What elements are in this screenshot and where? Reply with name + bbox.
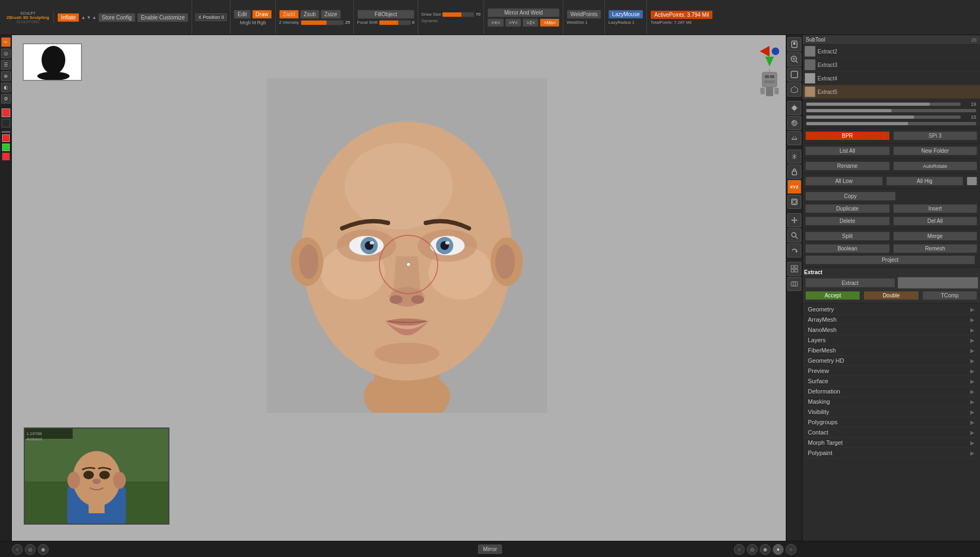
symmetry-tool[interactable] [787,150,801,164]
status-right-tool-1[interactable]: ○ [734,544,745,555]
all-high-button[interactable]: All Hig [886,176,964,186]
bpr-button[interactable]: BPR [805,131,890,140]
menu-contact[interactable]: Contact ▶ [805,427,978,438]
all-high-extra[interactable] [967,176,977,186]
mx-button[interactable]: >X< [487,18,504,27]
menu-polygroups[interactable]: Polygroups ▶ [805,417,978,427]
accept-button[interactable]: Accept [805,291,860,300]
tool-4[interactable]: ⊕ [1,71,11,81]
menu-surface[interactable]: Surface ▶ [805,376,978,386]
color-active[interactable] [2,153,10,160]
mirror-weld-button[interactable]: Mirror And Weld [487,8,560,17]
frame-tool[interactable] [787,195,801,209]
ms-button[interactable]: >Ms< [540,18,560,27]
rotate-tool[interactable] [787,243,801,257]
menu-visibility[interactable]: Visibility ▶ [805,407,978,417]
slider-1[interactable] [806,103,961,106]
subtool-item-extract3[interactable]: Extract3 [802,58,980,72]
scroll-tool[interactable] [787,37,801,51]
background-color[interactable] [2,119,10,127]
duplicate-button[interactable]: Duplicate [805,204,890,213]
tool-brush[interactable]: ✏ [1,37,11,47]
slider-4[interactable] [806,122,976,125]
auto-rotate-button[interactable]: AutoRotate [893,161,978,171]
tool-5[interactable]: ◐ [1,83,11,92]
status-right-tool-2[interactable]: ◎ [747,544,758,555]
my-button[interactable]: >Y< [505,18,522,27]
x-position[interactable]: X Position 0 [195,13,227,21]
zoom-tool[interactable] [787,52,801,66]
persp-tool[interactable] [787,83,801,97]
main-canvas[interactable]: 1.16788 Ambient [12,35,802,541]
tool-6[interactable]: ⚙ [1,94,11,104]
foreground-color[interactable] [2,108,10,117]
actual-tool[interactable] [787,67,801,81]
status-tool-2[interactable]: ◎ [25,544,36,555]
insert-button[interactable]: Insert [893,204,978,213]
menu-morph-target[interactable]: Morph Target ▶ [805,438,978,448]
new-folder-button[interactable]: New Folder [893,146,978,155]
grid-tool[interactable] [787,262,801,276]
merge-button[interactable]: Merge [893,232,978,241]
rename-button[interactable]: Rename [805,161,890,171]
lazy-mouse-button[interactable]: LazyMouse [608,10,643,19]
inflate-button[interactable]: Inflate [57,13,79,22]
tcomp-button[interactable]: TComp [922,291,977,300]
color-green[interactable] [2,144,10,151]
status-right-tool-3[interactable]: ◉ [760,544,771,555]
color-red[interactable] [2,134,10,142]
spi3-button[interactable]: SPi 3 [893,131,978,140]
all-low-button[interactable]: All Low [805,176,883,186]
menu-geometry[interactable]: Geometry ▶ [805,304,978,315]
lock-tool[interactable] [787,165,801,179]
store-config-button[interactable]: Store Config [98,13,136,22]
double-button[interactable]: Double [863,291,918,300]
menu-geometry-hd[interactable]: Geometry HD ▶ [805,356,978,366]
delete-button[interactable]: Delete [805,216,890,226]
status-right-tool-4[interactable]: ● [773,544,784,555]
menu-polypaint[interactable]: Polypaint ▶ [805,448,978,458]
fill-object-button[interactable]: FillObject [357,10,414,19]
status-right-tool-5[interactable]: ○ [786,544,797,555]
menu-nanomesh[interactable]: NanoMesh ▶ [805,325,978,335]
menu-arraymesh[interactable]: ArrayMesh ▶ [805,315,978,325]
extract-button[interactable]: Extract [805,278,895,288]
sub-tool[interactable] [787,277,801,291]
draw-size-slider[interactable] [442,12,474,17]
list-all-button[interactable]: List All [805,146,890,155]
menu-fibermesh[interactable]: FiberMesh ▶ [805,345,978,356]
menu-layers[interactable]: Layers ▶ [805,335,978,345]
mz-button[interactable]: >Z< [522,18,539,27]
status-tool-3[interactable]: ◉ [38,544,49,555]
zsub-button[interactable]: Zsub [300,10,319,19]
edit-button[interactable]: Edit [234,10,250,19]
weld-points-button[interactable]: WeldPoints [567,10,601,19]
subtool-item-extract5[interactable]: Extract5 [802,85,980,99]
focal-shift-slider[interactable] [379,20,411,25]
zsize-button[interactable]: Zsize [321,10,341,19]
boolean-button[interactable]: Boolean [805,244,890,253]
light-tool[interactable] [787,101,801,115]
xyz-tool[interactable]: XYZ [787,180,801,194]
draw-button[interactable]: Draw [252,10,272,19]
menu-deformation[interactable]: Deformation ▶ [805,386,978,397]
menu-preview[interactable]: Preview ▶ [805,366,978,376]
material-tool[interactable] [787,116,801,130]
subtool-header[interactable]: SubTool 26 [802,35,980,45]
zadd-button[interactable]: Zadd [279,10,299,19]
z-intensity-slider[interactable] [301,20,344,25]
slider-2[interactable] [806,109,976,112]
tool-3[interactable]: ☰ [1,60,11,70]
project-button[interactable]: Project [805,255,975,264]
copy-button[interactable]: Copy [805,192,896,201]
mirror-button[interactable]: Mirror [478,545,502,554]
menu-masking[interactable]: Masking ▶ [805,397,978,407]
split-button[interactable]: Split [805,232,890,241]
nav-arrow-down[interactable] [765,57,774,66]
enable-customize-button[interactable]: Enable Customize [137,13,188,22]
status-tool-1[interactable]: ○ [12,544,23,555]
zoom3d-tool[interactable] [787,228,801,242]
subtool-item-extract2[interactable]: Extract2 [802,45,980,58]
subtool-scroll[interactable]: Extract2 Extract3 Extract4 Extract5 [802,45,980,99]
floor-tool[interactable] [787,131,801,145]
